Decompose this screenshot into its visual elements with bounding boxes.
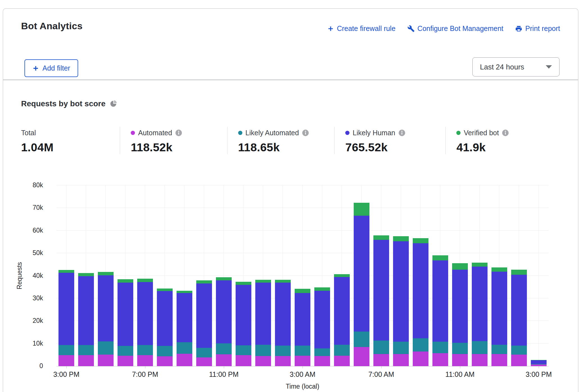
bar-segment-automated[interactable]	[157, 356, 173, 366]
bar-segment-likely-human[interactable]	[58, 273, 74, 345]
bar-segment-likely-human[interactable]	[452, 270, 468, 343]
bar-segment-automated[interactable]	[373, 354, 389, 366]
bar-segment-likely-human[interactable]	[334, 277, 350, 345]
bar-segment-verified-bot[interactable]	[373, 235, 389, 240]
bar-segment-likely-human[interactable]	[196, 283, 212, 348]
stacked-bar-11-00-pm[interactable]	[216, 277, 232, 366]
bar-segment-automated[interactable]	[58, 355, 74, 366]
bar-segment-likely-automated[interactable]	[236, 345, 251, 355]
stacked-bar-2-00-pm[interactable]	[511, 270, 527, 366]
info-icon[interactable]	[502, 129, 509, 136]
bar-segment-automated[interactable]	[491, 354, 507, 366]
bar-segment-likely-automated[interactable]	[354, 332, 369, 347]
bar-segment-likely-human[interactable]	[373, 240, 389, 341]
bar-segment-likely-human[interactable]	[177, 293, 192, 342]
bar-segment-likely-automated[interactable]	[177, 342, 192, 354]
bar-segment-verified-bot[interactable]	[511, 270, 527, 275]
bar-segment-likely-human[interactable]	[157, 291, 173, 346]
bar-segment-likely-automated[interactable]	[157, 346, 173, 356]
bar-segment-verified-bot[interactable]	[98, 272, 114, 275]
info-icon[interactable]	[302, 129, 309, 136]
bar-segment-verified-bot[interactable]	[78, 273, 94, 276]
bar-segment-automated[interactable]	[98, 355, 114, 366]
bar-segment-likely-human[interactable]	[531, 360, 547, 364]
bar-segment-likely-human[interactable]	[491, 272, 507, 345]
stacked-bar-10-00-am[interactable]	[432, 255, 448, 366]
add-filter-button[interactable]: Add filter	[24, 59, 78, 77]
time-range-select[interactable]: Last 24 hours	[472, 57, 560, 76]
bar-segment-likely-automated[interactable]	[413, 338, 428, 352]
bar-segment-automated[interactable]	[511, 355, 527, 366]
bar-segment-automated[interactable]	[177, 354, 192, 366]
bar-segment-verified-bot[interactable]	[157, 289, 173, 291]
bar-segment-verified-bot[interactable]	[255, 280, 271, 283]
bar-segment-likely-human[interactable]	[137, 282, 153, 345]
bar-segment-likely-human[interactable]	[354, 216, 369, 332]
bar-segment-likely-automated[interactable]	[58, 345, 74, 355]
stacked-bar-2-00-am[interactable]	[275, 280, 291, 366]
stacked-bar-6-00-pm[interactable]	[118, 279, 133, 366]
bar-segment-likely-automated[interactable]	[393, 342, 409, 354]
stacked-bar-9-00-am[interactable]	[413, 238, 428, 366]
bar-segment-likely-human[interactable]	[275, 283, 291, 346]
bar-segment-likely-human[interactable]	[314, 291, 330, 349]
bar-segment-automated[interactable]	[432, 353, 448, 366]
bar-segment-likely-human[interactable]	[413, 243, 428, 338]
stacked-bar-5-00-pm[interactable]	[98, 272, 114, 366]
bar-segment-likely-automated[interactable]	[295, 346, 310, 356]
bar-segment-likely-automated[interactable]	[137, 345, 153, 355]
bar-segment-automated[interactable]	[472, 354, 488, 366]
create-firewall-rule-link[interactable]: Create firewall rule	[327, 24, 395, 33]
bar-segment-verified-bot[interactable]	[491, 267, 507, 272]
stacked-bar-3-00-pm[interactable]	[531, 360, 547, 366]
stacked-bar-3-00-pm[interactable]	[58, 270, 74, 366]
bar-segment-likely-human[interactable]	[295, 293, 310, 345]
bar-segment-automated[interactable]	[393, 354, 409, 366]
bar-segment-likely-automated[interactable]	[78, 345, 94, 355]
bar-segment-likely-automated[interactable]	[98, 341, 114, 355]
bar-segment-verified-bot[interactable]	[334, 274, 350, 277]
bar-segment-likely-human[interactable]	[255, 283, 271, 345]
stacked-bar-1-00-am[interactable]	[255, 280, 271, 366]
bar-segment-verified-bot[interactable]	[393, 236, 409, 241]
bar-segment-automated[interactable]	[314, 356, 330, 366]
bar-segment-verified-bot[interactable]	[413, 238, 428, 243]
bar-segment-likely-human[interactable]	[511, 275, 527, 346]
bar-segment-likely-automated[interactable]	[275, 346, 291, 356]
bar-segment-automated[interactable]	[118, 356, 133, 366]
bar-segment-likely-automated[interactable]	[196, 348, 212, 358]
bar-segment-verified-bot[interactable]	[472, 263, 488, 267]
bar-segment-automated[interactable]	[275, 356, 291, 366]
configure-bot-management-link[interactable]: Configure Bot Management	[407, 24, 504, 33]
bar-segment-automated[interactable]	[255, 356, 271, 366]
bar-segment-automated[interactable]	[216, 354, 232, 366]
bar-segment-automated[interactable]	[236, 355, 251, 366]
stacked-bar-8-00-pm[interactable]	[157, 289, 173, 366]
stacked-bar-12-00-pm[interactable]	[472, 263, 488, 366]
stacked-bar-7-00-am[interactable]	[373, 235, 389, 366]
bar-segment-verified-bot[interactable]	[236, 282, 251, 285]
stacked-bar-1-00-pm[interactable]	[491, 267, 507, 366]
bar-segment-likely-automated[interactable]	[334, 345, 350, 356]
bar-segment-likely-human[interactable]	[98, 275, 114, 341]
print-report-link[interactable]: Print report	[515, 24, 560, 33]
bar-segment-likely-human[interactable]	[78, 276, 94, 345]
bar-segment-verified-bot[interactable]	[216, 277, 232, 280]
bar-segment-likely-human[interactable]	[393, 241, 409, 342]
bar-segment-likely-automated[interactable]	[432, 342, 448, 353]
bar-segment-automated[interactable]	[413, 352, 428, 366]
bar-segment-likely-automated[interactable]	[255, 345, 271, 356]
stacked-bar-12-00-am[interactable]	[236, 282, 251, 366]
bar-segment-likely-human[interactable]	[236, 285, 251, 345]
bar-segment-verified-bot[interactable]	[452, 263, 468, 270]
bar-segment-verified-bot[interactable]	[354, 203, 369, 216]
bar-segment-verified-bot[interactable]	[196, 280, 212, 283]
info-icon[interactable]	[398, 129, 405, 136]
bar-segment-likely-automated[interactable]	[373, 341, 389, 354]
bar-segment-verified-bot[interactable]	[314, 287, 330, 291]
info-icon[interactable]	[175, 129, 182, 136]
bar-segment-automated[interactable]	[196, 357, 212, 366]
stacked-bar-9-00-pm[interactable]	[177, 291, 192, 366]
bar-segment-likely-human[interactable]	[432, 260, 448, 342]
bar-segment-likely-automated[interactable]	[491, 345, 507, 354]
